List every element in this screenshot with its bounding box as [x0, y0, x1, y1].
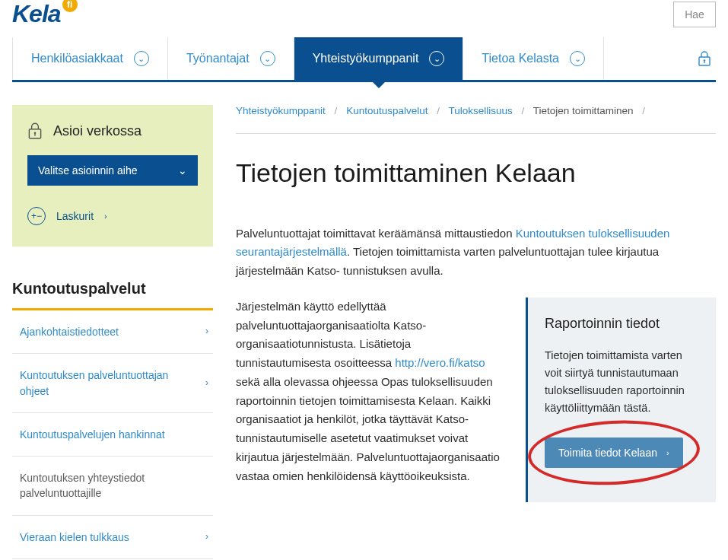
svg-point-1 [704, 59, 706, 62]
chevron-down-icon: ⌄ [570, 51, 585, 66]
laskurit-label: Laskurit [56, 210, 94, 222]
svg-point-4 [34, 132, 37, 134]
chevron-right-icon: › [104, 212, 107, 221]
nav-henkiloasiakkaat[interactable]: Henkilöasiakkaat ⌄ [12, 37, 168, 80]
site-logo[interactable]: Kela fi [12, 0, 78, 28]
chevron-right-icon: › [205, 377, 208, 390]
breadcrumb-separator: / [329, 105, 344, 116]
page-title: Tietojen toimittaminen Kelaan [236, 157, 716, 189]
nav-label: Työnantajat [186, 52, 250, 65]
nav-tyonantajat[interactable]: Työnantajat ⌄ [168, 37, 294, 80]
breadcrumb-link[interactable]: Tuloksellisuus [449, 105, 513, 116]
nav-tietoa-kelasta[interactable]: Tietoa Kelasta ⌄ [463, 37, 604, 80]
nav-label: Yhteistyökumppanit [313, 52, 419, 65]
sidebar-item-label: Vieraan kielen tulkkaus [20, 531, 129, 543]
chevron-down-icon: ⌄ [260, 51, 275, 66]
info-card-title: Raportoinnin tiedot [545, 316, 699, 332]
sidebar: Asioi verkossa Valitse asioinnin aihe ⌄ … [12, 105, 213, 559]
sidebar-item-label: Kuntoutuksen yhteystiedot palveluntuotta… [20, 472, 145, 499]
breadcrumb: Yhteistyökumppanit / Kuntoutuspalvelut /… [236, 105, 716, 134]
breadcrumb-separator: / [516, 105, 531, 116]
sidebar-item-label: Kuntoutuspalvelujen hankinnat [20, 428, 165, 441]
highlighted-button-wrap: Toimita tiedot Kelaan › [545, 438, 683, 468]
body-text-column: Järjestelmän käyttö edellyttää palvelunt… [236, 298, 504, 503]
sidebar-section-title: Kuntoutuspalvelut [12, 280, 213, 310]
primary-nav: Henkilöasiakkaat ⌄ Työnantajat ⌄ Yhteist… [12, 37, 716, 82]
raportointi-info-card: Raportoinnin tiedot Tietojen toimittamis… [526, 298, 716, 503]
breadcrumb-separator: / [636, 105, 651, 116]
info-card-body: Tietojen toimittamista varten voit siirt… [545, 347, 699, 418]
asioi-topic-select[interactable]: Valitse asioinnin aihe ⌄ [27, 155, 198, 186]
chevron-down-icon: ⌄ [178, 164, 187, 177]
breadcrumb-current: Tietojen toimittaminen [533, 105, 634, 116]
toimita-tiedot-button[interactable]: Toimita tiedot Kelaan › [545, 438, 683, 468]
nav-label: Henkilöasiakkaat [31, 52, 123, 65]
sidebar-item-label: Kuntoutuksen palveluntuottajan ohjeet [20, 369, 168, 396]
chevron-down-icon: ⌄ [429, 51, 444, 66]
body-paragraph: Järjestelmän käyttö edellyttää palvelunt… [236, 298, 504, 486]
search-input[interactable]: Hae [673, 2, 716, 27]
asioi-verkossa-box: Asioi verkossa Valitse asioinnin aihe ⌄ … [12, 105, 213, 247]
chevron-down-icon: ⌄ [134, 51, 149, 66]
asioi-title: Asioi verkossa [53, 123, 141, 139]
site-header: Kela fi Hae [0, 0, 728, 37]
chevron-right-icon: › [666, 448, 669, 457]
login-lock-button[interactable] [693, 37, 716, 80]
sidebar-item-yhteystiedot: Kuntoutuksen yhteystiedot palveluntuotta… [12, 457, 213, 516]
calculator-icon: +− [27, 207, 46, 225]
breadcrumb-separator: / [431, 105, 446, 116]
lock-icon [698, 50, 711, 67]
nav-yhteistyokumppanit[interactable]: Yhteistyökumppanit ⌄ [294, 37, 464, 80]
link-vero-katso[interactable]: http://vero.fi/katso [395, 356, 485, 369]
asioi-heading: Asioi verkossa [27, 122, 198, 140]
sidebar-nav-list: Ajankohtaistiedotteet › Kuntoutuksen pal… [12, 310, 213, 559]
asioi-select-label: Valitse asioinnin aihe [38, 164, 138, 177]
logo-text: Kela [12, 0, 61, 28]
logo-badge-icon: fi [62, 0, 78, 12]
button-label: Toimita tiedot Kelaan [558, 447, 657, 459]
paragraph-text: sekä alla olevassa ohjeessa Opas tulokse… [236, 375, 500, 482]
sidebar-item-hankinnat[interactable]: Kuntoutuspalvelujen hankinnat [12, 413, 213, 457]
paragraph-text: Palveluntuottajat toimittavat keräämänsä… [236, 227, 516, 240]
breadcrumb-link[interactable]: Kuntoutuspalvelut [346, 105, 428, 116]
sidebar-item-palveluntuottajan-ohjeet[interactable]: Kuntoutuksen palveluntuottajan ohjeet › [12, 354, 213, 413]
main-content: Yhteistyökumppanit / Kuntoutuspalvelut /… [236, 105, 716, 559]
laskurit-link[interactable]: +− Laskurit › [27, 207, 198, 225]
sidebar-item-vieraan-kielen-tulkkaus[interactable]: Vieraan kielen tulkkaus › [12, 516, 213, 559]
sidebar-item-label: Ajankohtaistiedotteet [20, 326, 119, 338]
breadcrumb-link[interactable]: Yhteistyökumppanit [236, 105, 326, 116]
nav-label: Tietoa Kelasta [482, 52, 559, 65]
chevron-right-icon: › [205, 325, 208, 338]
sidebar-item-ajankohtaistiedotteet[interactable]: Ajankohtaistiedotteet › [12, 310, 213, 354]
intro-paragraph: Palveluntuottajat toimittavat keräämänsä… [236, 224, 716, 281]
chevron-right-icon: › [205, 530, 208, 543]
lock-icon [27, 122, 43, 140]
